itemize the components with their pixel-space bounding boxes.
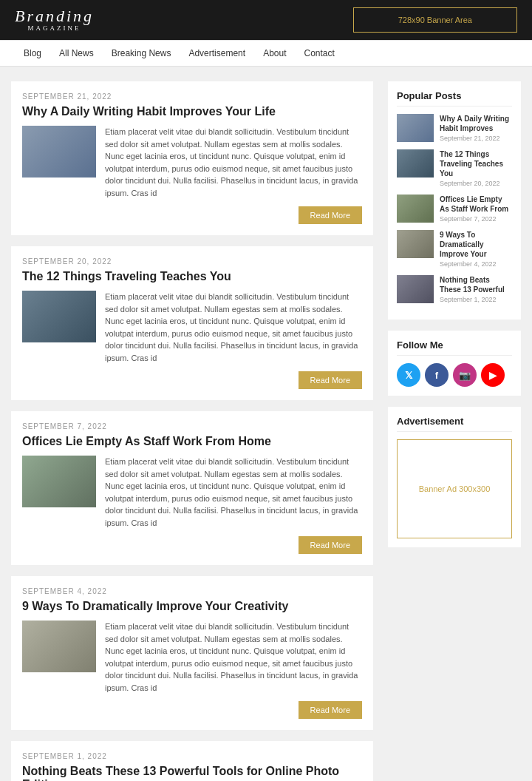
popular-text: The 12 Things Traveling Teaches You Sept… [440, 149, 512, 187]
read-more-button[interactable]: Read More [299, 536, 362, 554]
nav-item-contact[interactable]: Contact [295, 41, 343, 66]
read-more-wrap: Read More [22, 206, 362, 224]
article-date: SEPTEMBER 7, 2022 [22, 422, 362, 430]
article-image [22, 291, 96, 342]
sidebar-popular-item-3: 9 Ways To Dramatically Improve Your Sept… [397, 230, 512, 268]
article-title: The 12 Things Traveling Teaches You [22, 270, 362, 283]
page-container: SEPTEMBER 21, 2022 Why A Daily Writing H… [0, 67, 532, 781]
sidebar-popular-item-2: Offices Lie Empty As Staff Work From Sep… [397, 195, 512, 223]
logo-tagline: MAGAZINE [15, 25, 94, 33]
main-content: SEPTEMBER 21, 2022 Why A Daily Writing H… [11, 81, 373, 781]
popular-date: September 20, 2022 [440, 180, 512, 187]
sidebar-popular-item-0: Why A Daily Writing Habit Improves Septe… [397, 114, 512, 142]
site-header: Branding MAGAZINE 728x90 Banner Area [0, 0, 532, 40]
read-more-wrap: Read More [22, 701, 362, 719]
article-body: Etiam placerat velit vitae dui blandit s… [22, 291, 362, 364]
popular-title: Nothing Beats These 13 Powerful [440, 275, 512, 294]
popular-text: Offices Lie Empty As Staff Work From Sep… [440, 195, 512, 223]
article-image [22, 456, 96, 507]
article-excerpt: Etiam placerat velit vitae dui blandit s… [105, 456, 362, 529]
article-excerpt: Etiam placerat velit vitae dui blandit s… [105, 291, 362, 364]
popular-date: September 1, 2022 [440, 296, 512, 303]
article-card-2: SEPTEMBER 7, 2022 Offices Lie Empty As S… [11, 411, 373, 565]
article-title: Nothing Beats These 13 Powerful Tools fo… [22, 765, 362, 781]
article-card-1: SEPTEMBER 20, 2022 The 12 Things Traveli… [11, 246, 373, 400]
article-date: SEPTEMBER 1, 2022 [22, 752, 362, 760]
popular-thumb [397, 114, 434, 142]
popular-text: 9 Ways To Dramatically Improve Your Sept… [440, 230, 512, 268]
popular-date: September 7, 2022 [440, 215, 512, 223]
advertisement-title: Advertisement [397, 416, 512, 432]
nav-item-breaking-news[interactable]: Breaking News [103, 41, 180, 66]
advertisement-widget: Advertisement Banner Ad 300x300 [388, 407, 521, 547]
read-more-wrap: Read More [22, 371, 362, 389]
sidebar-popular-item-1: The 12 Things Traveling Teaches You Sept… [397, 149, 512, 187]
popular-thumb [397, 195, 434, 223]
ad-banner-300: Banner Ad 300x300 [397, 439, 512, 538]
sidebar: Popular Posts Why A Daily Writing Habit … [388, 81, 521, 781]
banner-728: 728x90 Banner Area [353, 7, 517, 33]
article-card-0: SEPTEMBER 21, 2022 Why A Daily Writing H… [11, 81, 373, 235]
follow-me-widget: Follow Me 𝕏 f 📷 ▶ [388, 331, 521, 396]
logo-name: Branding [15, 7, 94, 25]
follow-me-title: Follow Me [397, 339, 512, 356]
popular-title: 9 Ways To Dramatically Improve Your [440, 230, 512, 259]
site-logo: Branding MAGAZINE [15, 7, 94, 33]
popular-date: September 4, 2022 [440, 260, 512, 268]
popular-title: The 12 Things Traveling Teaches You [440, 149, 512, 178]
nav-item-advertisement[interactable]: Advertisement [180, 41, 254, 66]
article-title: Why A Daily Writing Habit Improves Your … [22, 105, 362, 118]
article-card-4: SEPTEMBER 1, 2022 Nothing Beats These 13… [11, 741, 373, 781]
facebook-icon[interactable]: f [425, 363, 449, 387]
popular-date: September 21, 2022 [440, 135, 512, 142]
read-more-button[interactable]: Read More [299, 701, 362, 719]
popular-posts-title: Popular Posts [397, 90, 512, 106]
read-more-button[interactable]: Read More [299, 206, 362, 224]
article-body: Etiam placerat velit vitae dui blandit s… [22, 126, 362, 199]
article-excerpt: Etiam placerat velit vitae dui blandit s… [105, 126, 362, 199]
nav-item-all-news[interactable]: All News [50, 41, 103, 66]
article-image [22, 621, 96, 672]
popular-text: Nothing Beats These 13 Powerful Septembe… [440, 275, 512, 303]
popular-thumb [397, 230, 434, 258]
article-body: Etiam placerat velit vitae dui blandit s… [22, 621, 362, 694]
popular-thumb [397, 275, 434, 303]
nav-item-blog[interactable]: Blog [15, 41, 50, 66]
popular-title: Why A Daily Writing Habit Improves [440, 114, 512, 133]
article-date: SEPTEMBER 20, 2022 [22, 257, 362, 266]
popular-title: Offices Lie Empty As Staff Work From [440, 195, 512, 214]
read-more-wrap: Read More [22, 536, 362, 554]
youtube-icon[interactable]: ▶ [481, 363, 505, 387]
article-date: SEPTEMBER 4, 2022 [22, 587, 362, 595]
popular-posts-widget: Popular Posts Why A Daily Writing Habit … [388, 81, 521, 320]
sidebar-popular-item-4: Nothing Beats These 13 Powerful Septembe… [397, 275, 512, 303]
twitter-icon[interactable]: 𝕏 [397, 363, 420, 387]
article-excerpt: Etiam placerat velit vitae dui blandit s… [105, 621, 362, 694]
article-body: Etiam placerat velit vitae dui blandit s… [22, 456, 362, 529]
social-row: 𝕏 f 📷 ▶ [397, 363, 512, 387]
read-more-button[interactable]: Read More [299, 371, 362, 389]
article-title: Offices Lie Empty As Staff Work From Hom… [22, 435, 362, 448]
article-title: 9 Ways To Dramatically Improve Your Crea… [22, 600, 362, 613]
article-card-3: SEPTEMBER 4, 2022 9 Ways To Dramatically… [11, 576, 373, 730]
popular-text: Why A Daily Writing Habit Improves Septe… [440, 114, 512, 142]
instagram-icon[interactable]: 📷 [453, 363, 477, 387]
article-date: SEPTEMBER 21, 2022 [22, 92, 362, 101]
popular-thumb [397, 149, 434, 178]
nav-item-about[interactable]: About [254, 41, 295, 66]
main-nav: BlogAll NewsBreaking NewsAdvertisementAb… [0, 40, 532, 67]
article-image [22, 126, 96, 178]
